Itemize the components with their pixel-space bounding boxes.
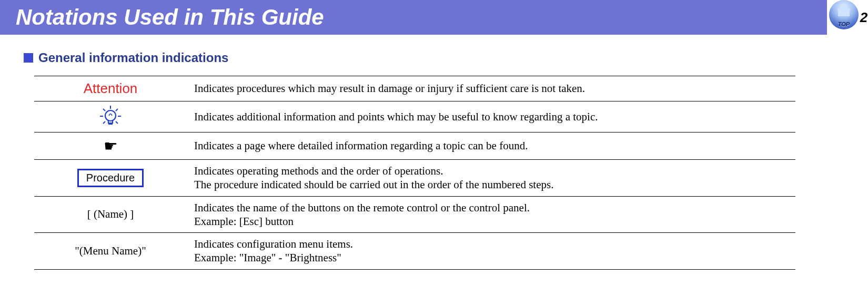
notation-label-cell: "(Menu Name)" bbox=[34, 233, 187, 270]
menu-quote-label: "(Menu Name)" bbox=[75, 244, 146, 257]
section-title: General information indications bbox=[38, 50, 228, 65]
content-area: General information indications Attentio… bbox=[0, 35, 827, 270]
notation-label-cell: Attention bbox=[34, 76, 187, 101]
svg-line-6 bbox=[116, 121, 118, 124]
notation-desc-line: Example: "Image" - "Brightness" bbox=[194, 251, 788, 264]
table-row: Indicates additional information and poi… bbox=[34, 101, 795, 132]
notation-desc-cell: Indicates additional information and poi… bbox=[187, 101, 795, 132]
table-row: AttentionIndicates procedures which may … bbox=[34, 76, 795, 101]
procedure-label: Procedure bbox=[77, 169, 144, 187]
page-title: Notations Used in This Guide bbox=[16, 5, 324, 30]
notation-label-cell: [ (Name) ] bbox=[34, 196, 187, 233]
notation-desc-line: The procedure indicated should be carrie… bbox=[194, 178, 788, 191]
notation-desc-cell: Indicates the name of the buttons on the… bbox=[187, 196, 795, 233]
table-row: [ (Name) ]Indicates the name of the butt… bbox=[34, 196, 795, 233]
square-bullet-icon bbox=[24, 53, 33, 63]
notation-desc-line: Example: [Esc] button bbox=[194, 215, 788, 228]
notation-desc-cell: Indicates operating methods and the orde… bbox=[187, 160, 795, 197]
notation-label-cell: ☛ bbox=[34, 132, 187, 160]
page-number: 2 bbox=[860, 9, 868, 26]
top-button[interactable]: TOP bbox=[829, 0, 859, 29]
notation-label-cell: Procedure bbox=[34, 160, 187, 197]
lightbulb-tip-icon bbox=[100, 109, 121, 122]
attention-label: Attention bbox=[84, 80, 138, 96]
section-header: General information indications bbox=[24, 50, 795, 65]
notation-desc-line: Indicates a page where detailed informat… bbox=[194, 139, 788, 152]
table-row: "(Menu Name)"Indicates configuration men… bbox=[34, 233, 795, 270]
name-bracket-label: [ (Name) ] bbox=[87, 208, 134, 220]
pointing-hand-icon: ☛ bbox=[104, 137, 118, 155]
notation-desc-line: Indicates procedures which may result in… bbox=[194, 81, 788, 95]
notation-desc-line: Indicates configuration menu items. bbox=[194, 237, 788, 251]
header-bar: Notations Used in This Guide bbox=[0, 0, 827, 35]
notation-desc-cell: Indicates configuration menu items.Examp… bbox=[187, 233, 795, 270]
svg-line-5 bbox=[103, 121, 105, 124]
notation-label-cell bbox=[34, 101, 187, 132]
notation-desc-line: Indicates additional information and poi… bbox=[194, 110, 788, 124]
notations-table: AttentionIndicates procedures which may … bbox=[34, 76, 795, 270]
svg-line-1 bbox=[103, 109, 105, 111]
notation-desc-line: Indicates the name of the buttons on the… bbox=[194, 201, 788, 215]
table-row: ProcedureIndicates operating methods and… bbox=[34, 160, 795, 197]
svg-line-2 bbox=[116, 109, 118, 111]
top-button-bg: TOP bbox=[829, 0, 859, 29]
notation-desc-cell: Indicates procedures which may result in… bbox=[187, 76, 795, 101]
notation-desc-cell: Indicates a page where detailed informat… bbox=[187, 132, 795, 160]
table-row: ☛Indicates a page where detailed informa… bbox=[34, 132, 795, 160]
notation-desc-line: Indicates operating methods and the orde… bbox=[194, 164, 788, 178]
svg-point-7 bbox=[105, 110, 116, 121]
home-icon bbox=[837, 8, 851, 18]
top-button-label: TOP bbox=[829, 21, 859, 27]
